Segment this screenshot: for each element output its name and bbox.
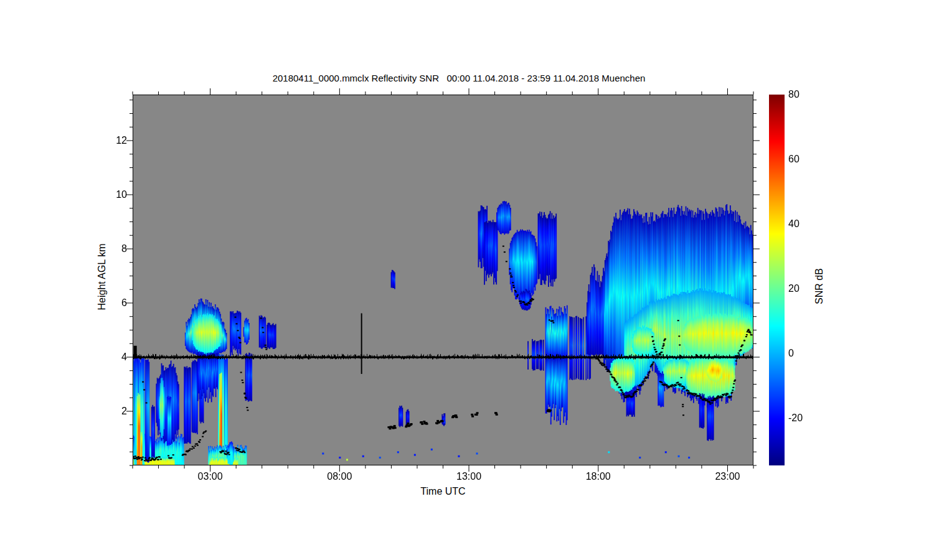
colorbar-tick-label: 20 bbox=[788, 283, 819, 294]
colorbar-tick-label: -20 bbox=[788, 413, 819, 424]
colorbar-tick-label: 40 bbox=[788, 218, 819, 230]
x-tick-label: 08:00 bbox=[314, 471, 364, 482]
y-tick-label: 8 bbox=[92, 243, 127, 254]
colorbar-tick-label: 60 bbox=[788, 154, 819, 165]
x-tick-label: 13:00 bbox=[444, 471, 494, 482]
x-tick-label: 03:00 bbox=[186, 471, 235, 482]
plot-frame bbox=[133, 95, 753, 465]
colorbar-tick-label: 0 bbox=[788, 348, 819, 359]
y-tick-label: 4 bbox=[92, 352, 127, 363]
colorbar-tick-label: 80 bbox=[788, 89, 819, 100]
y-tick-label: 12 bbox=[92, 135, 127, 146]
x-tick-label: 18:00 bbox=[573, 471, 623, 482]
x-tick-label: 23:00 bbox=[702, 471, 752, 482]
radar-quicklook-figure: 20180411_0000.mmclx Reflectivity SNR 00:… bbox=[0, 0, 934, 560]
y-tick-label: 2 bbox=[92, 406, 127, 417]
y-tick-label: 10 bbox=[92, 189, 127, 200]
y-tick-label: 6 bbox=[92, 297, 127, 309]
